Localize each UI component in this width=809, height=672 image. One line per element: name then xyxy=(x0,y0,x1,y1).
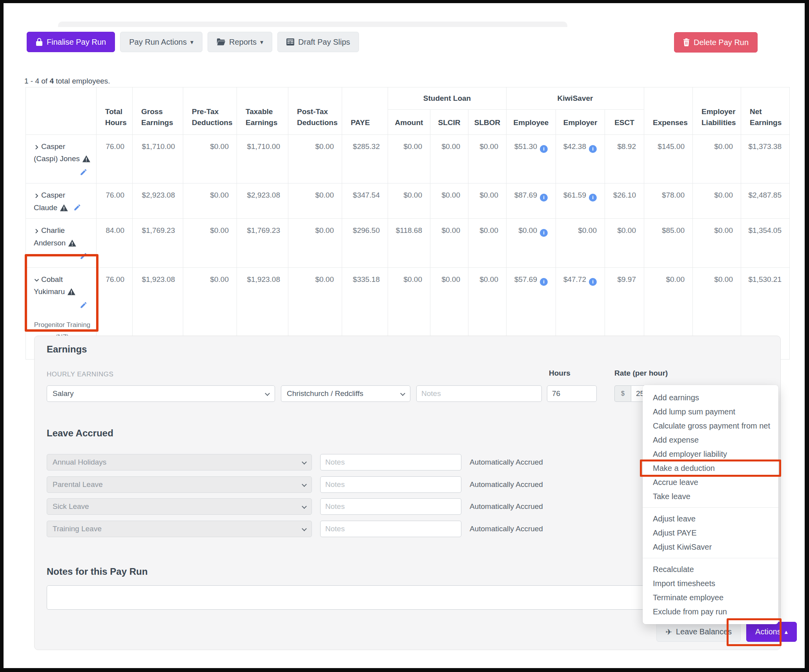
chevron-down-icon[interactable] xyxy=(34,275,40,287)
slcir-header: SLCIR xyxy=(430,109,468,134)
edit-employee-button[interactable] xyxy=(34,301,91,312)
cell-slbor: $0.00 xyxy=(468,219,507,268)
cell-net: $2,487.85 xyxy=(741,183,790,219)
menu-item-adjust-kiwisaver[interactable]: Adjust KiwiSaver xyxy=(643,540,778,554)
chevron-down-icon xyxy=(302,460,307,465)
chevron-down-icon xyxy=(302,482,307,487)
edit-employee-button[interactable] xyxy=(73,203,81,215)
leave-notes-input[interactable] xyxy=(320,454,461,470)
cell-esct: $26.10 xyxy=(605,183,644,219)
warning-icon xyxy=(68,239,76,250)
pay-run-notes-heading: Notes for this Pay Run xyxy=(47,566,148,577)
leave-type-select[interactable]: Sick Leave xyxy=(47,498,312,515)
info-icon[interactable] xyxy=(589,194,597,202)
rate-label: Rate (per hour) xyxy=(614,369,668,378)
leave-status: Automatically Accrued xyxy=(470,498,543,515)
cell-net: $1,373.38 xyxy=(741,134,790,183)
menu-item-accrue-leave[interactable]: Accrue leave xyxy=(643,475,778,489)
actions-label: Actions xyxy=(755,627,781,636)
menu-item-exclude-from-pay-run[interactable]: Exclude from pay run xyxy=(643,605,778,619)
menu-item-adjust-leave[interactable]: Adjust leave xyxy=(643,512,778,526)
hours-input[interactable] xyxy=(547,385,597,402)
cell-posttax: $0.00 xyxy=(288,183,342,219)
reports-button[interactable]: Reports xyxy=(208,32,272,52)
pay-run-actions-button[interactable]: Pay Run Actions xyxy=(120,32,202,52)
leave-status: Automatically Accrued xyxy=(470,521,543,537)
cell-paye: $285.32 xyxy=(342,134,388,183)
menu-item-add-expense[interactable]: Add expense xyxy=(643,433,778,447)
sl-amount-header: Amount xyxy=(388,109,430,134)
menu-item-terminate-employee[interactable]: Terminate employee xyxy=(643,590,778,605)
cell-gross: $1,769.23 xyxy=(133,219,183,268)
chevron-down-icon xyxy=(302,526,307,531)
chevron-right-icon[interactable] xyxy=(34,226,40,238)
location-select[interactable]: Christchurch / Redcliffs xyxy=(281,385,410,402)
edit-employee-button[interactable] xyxy=(34,252,91,263)
finalise-pay-run-label: Finalise Pay Run xyxy=(47,38,106,47)
actions-button[interactable]: Actions xyxy=(746,622,797,642)
reports-label: Reports xyxy=(229,38,257,47)
info-icon[interactable] xyxy=(589,278,597,286)
cell-ks-employer: $42.38 xyxy=(556,134,605,183)
cell-ks-employer: $0.00 xyxy=(556,219,605,268)
menu-item-import-timesheets[interactable]: Import timesheets xyxy=(643,576,778,590)
menu-item-make-a-deduction[interactable]: Make a deduction xyxy=(643,461,778,475)
leave-type-select[interactable]: Parental Leave xyxy=(47,476,312,493)
earning-notes-input[interactable] xyxy=(416,385,542,402)
employee-name[interactable]: Casper (Caspi) Jones xyxy=(34,142,80,163)
employee-cell[interactable]: Charlie Anderson xyxy=(26,219,97,268)
info-icon[interactable] xyxy=(540,278,548,286)
info-icon[interactable] xyxy=(540,229,548,237)
menu-item-recalculate[interactable]: Recalculate xyxy=(643,562,778,576)
finalise-pay-run-button[interactable]: Finalise Pay Run xyxy=(27,32,115,52)
edit-employee-button[interactable] xyxy=(34,168,91,180)
cell-total-hours: 76.00 xyxy=(97,183,133,219)
location-value: Christchurch / Redcliffs xyxy=(287,389,363,398)
leave-type-select[interactable]: Training Leave xyxy=(47,521,312,537)
earning-type-select[interactable]: Salary xyxy=(47,385,275,402)
menu-item-take-leave[interactable]: Take leave xyxy=(643,489,778,503)
delete-pay-run-button[interactable]: Delete Pay Run xyxy=(674,32,758,53)
menu-item-add-employer-liability[interactable]: Add employer liability xyxy=(643,447,778,461)
info-icon[interactable] xyxy=(540,194,548,202)
menu-item-add-lump-sum[interactable]: Add lump sum payment xyxy=(643,405,778,419)
chevron-down-icon xyxy=(302,504,307,509)
cell-slcir: $0.00 xyxy=(430,219,468,268)
cell-employer-liab: $0.00 xyxy=(693,183,741,219)
net-earnings-header: Net Earnings xyxy=(741,87,790,135)
info-icon[interactable] xyxy=(589,145,597,153)
leave-accrued-heading: Leave Accrued xyxy=(47,428,113,439)
slbor-header: SLBOR xyxy=(468,109,507,134)
leave-balances-button[interactable]: Leave Balances xyxy=(656,622,741,642)
info-icon[interactable] xyxy=(540,145,548,153)
gross-earnings-header: Gross Earnings xyxy=(133,87,183,135)
actions-menu: Add earnings Add lump sum payment Calcul… xyxy=(643,385,778,624)
warning-icon xyxy=(67,287,75,299)
menu-item-add-earnings[interactable]: Add earnings xyxy=(643,390,778,405)
cell-expenses: $85.00 xyxy=(644,219,693,268)
cell-posttax: $0.00 xyxy=(288,219,342,268)
leave-type-select[interactable]: Annual Holidays xyxy=(47,454,312,470)
employee-cell[interactable]: Casper Claude xyxy=(26,183,97,219)
cell-gross: $2,923.08 xyxy=(133,183,183,219)
posttax-deductions-header: Post-Tax Deductions xyxy=(288,87,342,135)
leave-notes-input[interactable] xyxy=(320,521,461,537)
cell-total-hours: 76.00 xyxy=(97,134,133,183)
employee-cell[interactable]: Casper (Caspi) Jones xyxy=(26,134,97,183)
toolbar: Finalise Pay Run Pay Run Actions Reports… xyxy=(27,32,359,52)
cell-gross: $1,710.00 xyxy=(133,134,183,183)
draft-pay-slips-button[interactable]: Draft Pay Slips xyxy=(277,32,359,52)
leave-notes-input[interactable] xyxy=(320,498,461,515)
student-loan-group-header: Student Loan xyxy=(388,87,507,110)
leave-notes-input[interactable] xyxy=(320,476,461,493)
earning-type-value: Salary xyxy=(53,389,74,398)
menu-item-adjust-paye[interactable]: Adjust PAYE xyxy=(643,526,778,540)
menu-item-calc-gross-from-net[interactable]: Calculate gross payment from net xyxy=(643,419,778,433)
cell-taxable: $2,923.08 xyxy=(237,183,288,219)
chevron-right-icon[interactable] xyxy=(34,191,40,202)
cell-ks-employee: $51.30 xyxy=(507,134,556,183)
chevron-right-icon[interactable] xyxy=(34,142,40,154)
warning-icon xyxy=(82,154,90,166)
pretax-deductions-header: Pre-Tax Deductions xyxy=(183,87,237,135)
cell-posttax: $0.00 xyxy=(288,134,342,183)
